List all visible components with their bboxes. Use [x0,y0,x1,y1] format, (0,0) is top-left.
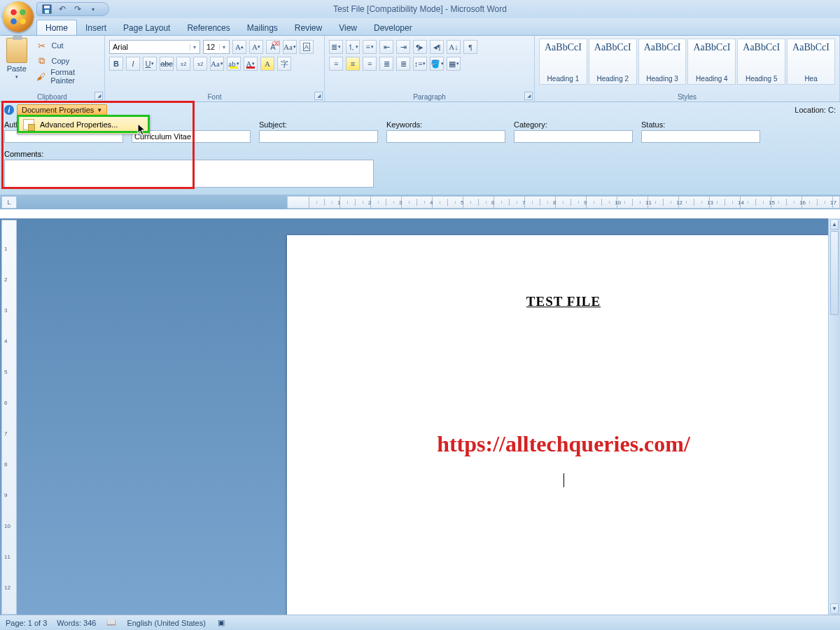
vertical-ruler[interactable]: 123456789101112131415161718192021222324 [1,220,17,615]
sort-button[interactable]: A↓ [447,40,461,54]
properties-icon [23,119,34,130]
decrease-indent-button[interactable]: ⇤ [379,40,393,54]
numbering-button[interactable]: ⒈▾ [346,40,360,54]
field-status: Status: [641,120,760,143]
subject-input[interactable] [259,130,378,143]
status-page[interactable]: Page: 1 of 3 [6,619,47,627]
tab-selector[interactable]: L [1,196,17,209]
chevron-down-icon: ▾ [219,44,227,50]
font-name-combo[interactable]: Arial▾ [109,40,200,54]
style-tile-heading-5[interactable]: AaBbCcIHeading 5 [737,38,785,85]
status-proofing[interactable]: 📖 [106,617,117,629]
info-icon: i [4,105,14,115]
underline-button[interactable]: U▾ [143,57,157,71]
text-caret [564,473,564,487]
multilevel-list-button[interactable]: ≡▾ [363,40,377,54]
clipboard-dialog-launcher[interactable]: ◢ [94,92,103,100]
clipboard-group-label: Clipboard [0,93,104,101]
subscript-button[interactable]: x2 [176,57,190,71]
font-dialog-launcher[interactable]: ◢ [314,92,323,100]
bullets-button[interactable]: ≣▾ [329,40,343,54]
watermark-text: https://alltechqueries.com/ [437,431,690,457]
group-clipboard: Paste ▾ ✂Cut ⧉Copy 🖌Format Painter Clipb… [0,36,105,102]
office-button[interactable] [3,1,34,32]
comments-input[interactable] [4,160,374,188]
superscript-button[interactable]: x2 [193,57,207,71]
field-keywords: Keywords: [386,120,505,143]
grow-font-button[interactable]: A▴ [232,40,246,54]
svg-rect-6 [45,10,49,13]
style-tile-heading-1[interactable]: AaBbCcIHeading 1 [539,38,587,85]
document-properties-panel: i Document Properties▼ Location: C: Adva… [0,102,840,195]
text-effects-button[interactable]: Aa▾ [210,57,224,71]
tab-developer[interactable]: Developer [365,20,421,35]
svg-point-1 [20,9,26,15]
character-shading-button[interactable]: A [260,57,274,71]
change-case-button[interactable]: Aa▾ [283,40,297,54]
document-page[interactable]: TEST FILE https://alltechqueries.com/ [287,235,840,615]
align-left-button[interactable]: ≡ [329,57,343,71]
undo-icon[interactable]: ↶ [57,4,68,15]
style-tile-heading-2[interactable]: AaBbCcIHeading 2 [589,38,637,85]
shrink-font-button[interactable]: A▾ [249,40,263,54]
scroll-down-arrow-icon[interactable]: ▼ [830,603,839,614]
save-icon[interactable] [41,4,52,15]
tab-review[interactable]: Review [286,20,330,35]
paste-button[interactable]: Paste ▾ [4,37,29,82]
status-words[interactable]: Words: 346 [57,619,96,627]
rtl-text-direction-button[interactable]: ◂¶ [430,40,444,54]
svg-point-2 [10,18,17,24]
brush-icon: 🖌 [36,71,46,82]
bold-button[interactable]: B [109,57,123,71]
tab-home[interactable]: Home [36,20,77,35]
status-language[interactable]: English (United States) [127,619,206,627]
strikethrough-button[interactable]: abc [160,57,174,71]
shading-button[interactable]: 🪣▾ [430,57,444,71]
styles-group-label: Styles [535,93,839,101]
borders-button[interactable]: ▦▾ [447,57,461,71]
increase-indent-button[interactable]: ⇥ [396,40,410,54]
page-viewport[interactable]: TEST FILE https://alltechqueries.com/ ▲ … [17,218,840,615]
ltr-text-direction-button[interactable]: ¶▸ [413,40,427,54]
document-area: 123456789101112131415161718192021222324 … [0,218,840,615]
cut-button[interactable]: ✂Cut [33,38,100,52]
redo-icon[interactable]: ↷ [72,4,83,15]
italic-button[interactable]: I [126,57,140,71]
vertical-scrollbar[interactable]: ▲ ▼ [828,218,840,615]
tab-mailings[interactable]: Mailings [239,20,286,35]
tab-references[interactable]: References [178,20,238,35]
document-properties-dropdown[interactable]: Document Properties▼ [17,104,107,115]
font-size-combo[interactable]: 12▾ [203,40,230,54]
justify-button[interactable]: ≣ [379,57,393,71]
field-comments: Comments: [4,147,836,190]
align-right-button[interactable]: ≡ [363,57,377,71]
scrollbar-thumb[interactable] [830,231,839,315]
highlight-color-button[interactable]: ab▾ [227,57,241,71]
field-subject: Subject: [259,120,378,143]
category-input[interactable] [514,130,633,143]
paragraph-dialog-launcher[interactable]: ◢ [524,92,533,100]
keywords-input[interactable] [386,130,505,143]
font-color-button[interactable]: A▾ [244,57,258,71]
style-tile-heading-3[interactable]: AaBbCcIHeading 3 [638,38,687,85]
style-tile-hea[interactable]: AaBbCcIHea [787,38,835,85]
distributed-button[interactable]: ≣ [396,57,410,71]
tab-insert[interactable]: Insert [77,20,115,35]
format-painter-button[interactable]: 🖌Format Painter [33,69,100,83]
enclose-characters-button[interactable]: 字 [277,57,291,71]
status-macro[interactable]: ▣ [216,617,227,629]
advanced-properties-menuitem[interactable]: Advanced Properties... [18,115,149,134]
qat-customize-icon[interactable]: ▾ [88,4,99,15]
scroll-up-arrow-icon[interactable]: ▲ [830,219,839,230]
phonetic-guide-button[interactable]: A [300,40,314,54]
tab-page-layout[interactable]: Page Layout [115,20,178,35]
status-input[interactable] [641,130,760,143]
show-hide-button[interactable]: ¶ [463,40,477,54]
copy-button[interactable]: ⧉Copy [33,54,100,68]
clear-formatting-button[interactable]: A⌫ [266,40,280,54]
align-center-button[interactable]: ≡ [346,57,360,71]
style-tile-heading-4[interactable]: AaBbCcIHeading 4 [687,38,736,85]
horizontal-ruler[interactable]: 1234567891011121314151617 [287,196,840,209]
tab-view[interactable]: View [330,20,365,35]
line-spacing-button[interactable]: ↕≡▾ [413,57,427,71]
